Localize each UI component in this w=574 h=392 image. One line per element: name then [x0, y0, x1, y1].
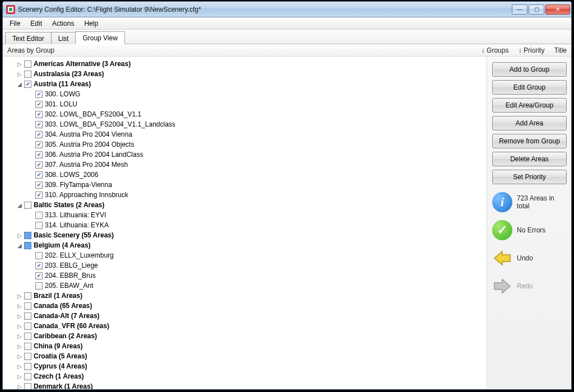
expander-icon[interactable]: ▷ [16, 71, 23, 77]
expander-icon[interactable]: ▷ [16, 363, 23, 370]
tree-item[interactable]: 302. LOWL_BDA_FS2004_V1.1 [5, 109, 487, 119]
expander-icon[interactable]: ▷ [16, 384, 23, 390]
tree-group[interactable]: ▷Canada_VFR (60 Areas) [5, 321, 487, 331]
tree-group[interactable]: ▷Caribbean (2 Areas) [5, 331, 487, 341]
tree-item[interactable]: 310. Approaching Innsbruck [5, 190, 487, 200]
checkbox[interactable] [35, 171, 43, 179]
add-to-group-button[interactable]: Add to Group [492, 62, 567, 77]
expander-icon[interactable]: ▷ [16, 374, 23, 380]
expander-icon[interactable]: ◢ [16, 202, 23, 208]
checkbox[interactable] [35, 91, 43, 98]
expander-icon[interactable]: ◢ [16, 81, 23, 87]
checkbox[interactable] [24, 323, 31, 330]
checkbox[interactable] [24, 373, 31, 380]
checkbox[interactable] [35, 222, 43, 229]
col-title[interactable]: Title [554, 46, 567, 54]
tree-item[interactable]: 309. FlyTampa-Vienna [5, 180, 487, 190]
checkbox[interactable] [24, 60, 31, 68]
checkbox[interactable] [35, 252, 43, 259]
undo-row[interactable]: Undo [492, 248, 567, 268]
checkbox[interactable] [35, 121, 43, 128]
col-priority[interactable]: ↓ Priority [519, 46, 545, 54]
tab-text-editor[interactable]: Text Editor [5, 32, 52, 44]
menu-help[interactable]: Help [80, 18, 103, 29]
tree-item[interactable]: 202. ELLX_Luxemburg [5, 250, 487, 260]
checkbox[interactable] [24, 312, 31, 320]
tree-group[interactable]: ▷Canada-Alt (7 Areas) [5, 311, 487, 321]
tree-group[interactable]: ▷Czech (1 Areas) [5, 371, 487, 381]
checkbox[interactable] [24, 242, 31, 249]
tree-item[interactable]: 307. Austria Pro 2004 Mesh [5, 160, 487, 170]
expander-icon[interactable]: ▷ [16, 343, 23, 349]
checkbox[interactable] [24, 292, 31, 300]
checkbox[interactable] [35, 101, 43, 108]
checkbox[interactable] [35, 151, 43, 158]
checkbox[interactable] [24, 71, 31, 78]
checkbox[interactable] [35, 212, 43, 219]
edit-area-group-button[interactable]: Edit Area/Group [492, 98, 567, 113]
checkbox[interactable] [35, 111, 43, 118]
col-groups[interactable]: ↓ Groups [482, 46, 509, 54]
add-area-button[interactable]: Add Area [492, 116, 567, 130]
checkbox[interactable] [24, 343, 31, 350]
expander-icon[interactable]: ▷ [16, 353, 23, 360]
col-areas-by-group[interactable]: Areas by Group [7, 46, 474, 54]
expander-icon[interactable]: ▷ [16, 333, 23, 339]
tree-item[interactable]: 204. EBBR_Brus [5, 270, 487, 281]
expander-icon[interactable]: ▷ [16, 232, 23, 239]
checkbox[interactable] [35, 262, 43, 269]
edit-group-button[interactable]: Edit Group [492, 80, 567, 95]
checkbox[interactable] [24, 383, 31, 390]
tree-group[interactable]: ▷Croatia (5 Areas) [5, 351, 487, 361]
checkbox[interactable] [35, 282, 43, 290]
tree-group[interactable]: ▷Canada (65 Areas) [5, 301, 487, 311]
checkbox[interactable] [24, 302, 31, 310]
expander-icon[interactable]: ▷ [16, 323, 23, 329]
titlebar[interactable]: Scenery Config Editor: C:\Flight Simulat… [3, 2, 571, 17]
tree-item[interactable]: 305. Austria Pro 2004 Objects [5, 139, 487, 150]
tree-item[interactable]: 314. Lithuania: EYKA [5, 220, 487, 230]
tree-group[interactable]: ▷Cyprus (4 Areas) [5, 361, 487, 371]
tab-group-view[interactable]: Group View [75, 31, 124, 44]
tree-group[interactable]: ▷China (9 Areas) [5, 341, 487, 351]
expander-icon[interactable]: ▷ [16, 61, 23, 67]
tree-item[interactable]: 205. EBAW_Ant [5, 281, 487, 291]
expander-icon[interactable]: ▷ [16, 293, 23, 299]
checkbox[interactable] [24, 333, 31, 340]
checkbox[interactable] [24, 232, 31, 239]
tree-group[interactable]: ▷Basic Scenery (55 Areas) [5, 230, 487, 240]
checkbox[interactable] [24, 353, 31, 360]
menu-file[interactable]: File [5, 18, 25, 29]
tree-group[interactable]: ▷Americas Alternative (3 Areas) [5, 59, 487, 69]
checkbox[interactable] [35, 181, 43, 189]
checkbox[interactable] [35, 141, 43, 148]
tree-item[interactable]: 301. LOLU [5, 99, 487, 109]
minimize-button[interactable]: — [512, 4, 527, 15]
tree-item[interactable]: 303. LOWL_BDA_FS2004_V1.1_Landclass [5, 119, 487, 129]
tree-item[interactable]: 308. LOWS_2006 [5, 170, 487, 180]
checkbox[interactable] [24, 363, 31, 370]
menu-actions[interactable]: Actions [48, 18, 78, 29]
set-priority-button[interactable]: Set Priority [492, 170, 567, 184]
maximize-button[interactable]: ▢ [529, 4, 544, 15]
tree-item[interactable]: 300. LOWG [5, 89, 487, 99]
tree-item[interactable]: 304. Austria Pro 2004 Vienna [5, 129, 487, 139]
expander-icon[interactable]: ▷ [16, 313, 23, 319]
delete-areas-button[interactable]: Delete Areas [492, 152, 567, 166]
tree-item[interactable]: 313. Lithuania: EYVI [5, 210, 487, 220]
checkbox[interactable] [35, 272, 43, 279]
expander-icon[interactable]: ▷ [16, 303, 23, 309]
checkbox[interactable] [24, 81, 31, 88]
remove-from-group-button[interactable]: Remove from Group [492, 134, 567, 148]
tree-group[interactable]: ◢Belgium (4 Areas) [5, 240, 487, 250]
checkbox[interactable] [35, 161, 43, 169]
tree-item[interactable]: 306. Austria Pro 2004 LandClass [5, 150, 487, 160]
menu-edit[interactable]: Edit [26, 18, 47, 29]
checkbox[interactable] [35, 131, 43, 138]
expander-icon[interactable]: ◢ [16, 242, 23, 249]
tree-view[interactable]: ▷Americas Alternative (3 Areas)▷Australa… [3, 57, 487, 389]
checkbox[interactable] [35, 192, 43, 199]
tree-group[interactable]: ▷Brazil (1 Areas) [5, 291, 487, 301]
tree-group[interactable]: ▷Australasia (23 Areas) [5, 69, 487, 79]
tree-group[interactable]: ▷Denmark (1 Areas) [5, 381, 487, 389]
